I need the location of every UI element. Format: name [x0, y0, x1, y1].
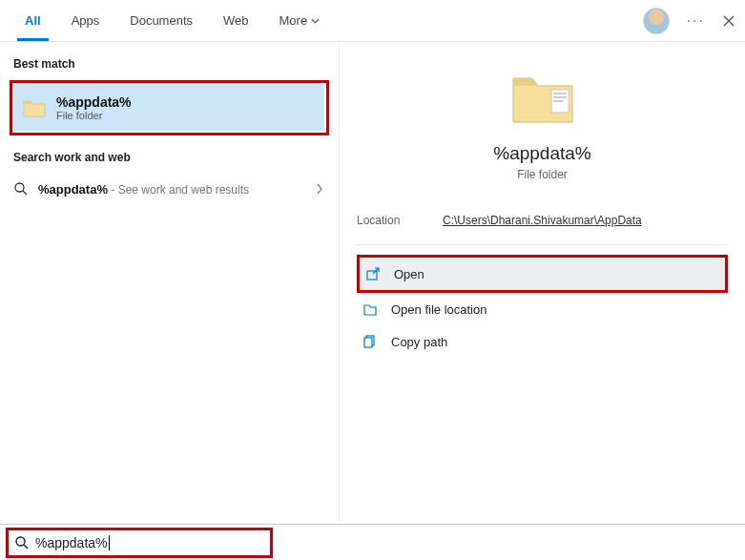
action-open[interactable]: Open	[360, 258, 725, 290]
web-result-text: %appdata% - See work and web results	[38, 182, 249, 197]
best-match-subtitle: File folder	[56, 110, 132, 121]
more-options-button[interactable]: ···	[687, 12, 705, 30]
tab-label: Web	[223, 13, 249, 28]
action-open-location[interactable]: Open file location	[357, 293, 728, 325]
folder-open-icon	[362, 301, 378, 317]
tab-more[interactable]: More	[264, 0, 336, 41]
main: Best match %appdata% File folder Search …	[0, 42, 745, 524]
tab-all[interactable]: All	[10, 0, 56, 41]
tab-label: More	[279, 13, 308, 28]
search-input-text: %appdata%	[35, 535, 108, 550]
best-match-title: %appdata%	[56, 94, 132, 110]
best-match-text: %appdata% File folder	[56, 94, 132, 121]
action-label: Open file location	[391, 302, 486, 317]
open-icon	[365, 266, 381, 281]
tab-label: Documents	[130, 13, 193, 28]
chevron-right-icon	[316, 183, 323, 195]
open-action-highlight: Open	[357, 255, 728, 293]
web-result-suffix: - See work and web results	[108, 183, 249, 197]
tab-web[interactable]: Web	[208, 0, 264, 41]
action-label: Open	[394, 267, 424, 281]
preview-panel: %appdata% File folder Location C:\Users\…	[339, 42, 745, 524]
best-match-highlight: %appdata% File folder	[10, 80, 329, 135]
web-result[interactable]: %appdata% - See work and web results	[0, 170, 339, 208]
svg-point-0	[15, 183, 24, 192]
svg-line-10	[24, 545, 28, 549]
best-match-heading: Best match	[0, 52, 339, 76]
tabs: All Apps Documents Web More	[10, 0, 335, 41]
tab-label: All	[25, 13, 41, 28]
header-right: ···	[643, 0, 735, 42]
search-input[interactable]: %appdata%	[35, 535, 264, 550]
chevron-down-icon	[311, 18, 320, 24]
svg-rect-4	[553, 96, 567, 98]
action-copy-path[interactable]: Copy path	[357, 325, 728, 358]
close-button[interactable]	[722, 14, 735, 28]
tab-documents[interactable]: Documents	[114, 0, 208, 41]
web-result-query: %appdata%	[38, 182, 108, 197]
svg-rect-3	[553, 93, 567, 94]
action-label: Copy path	[391, 335, 447, 349]
svg-point-9	[16, 537, 25, 546]
preview-actions: Open Open file location Copy path	[357, 255, 728, 358]
preview-title: %appdata%	[357, 143, 728, 164]
svg-rect-8	[364, 338, 372, 347]
best-match-result[interactable]: %appdata% File folder	[14, 85, 324, 131]
svg-rect-5	[553, 100, 563, 102]
svg-line-1	[23, 191, 27, 195]
search-bar: %appdata%	[0, 524, 745, 560]
svg-rect-6	[367, 271, 377, 280]
preview-folder-icon	[357, 69, 728, 126]
tab-label: Apps	[72, 13, 100, 28]
preview-meta: Location C:\Users\Dharani.Shivakumar\App…	[357, 214, 728, 245]
text-caret	[109, 535, 110, 550]
avatar[interactable]	[643, 8, 670, 34]
tab-apps[interactable]: Apps	[56, 0, 115, 41]
location-value[interactable]: C:\Users\Dharani.Shivakumar\AppData	[443, 214, 642, 227]
web-heading: Search work and web	[0, 145, 339, 170]
results-panel: Best match %appdata% File folder Search …	[0, 42, 339, 524]
folder-icon	[22, 97, 47, 118]
location-label: Location	[357, 214, 443, 227]
copy-icon	[362, 334, 378, 349]
search-icon	[13, 181, 29, 197]
header: All Apps Documents Web More ···	[0, 0, 745, 42]
search-icon	[14, 535, 30, 550]
search-input-highlight: %appdata%	[6, 528, 273, 558]
preview-subtitle: File folder	[357, 168, 728, 181]
